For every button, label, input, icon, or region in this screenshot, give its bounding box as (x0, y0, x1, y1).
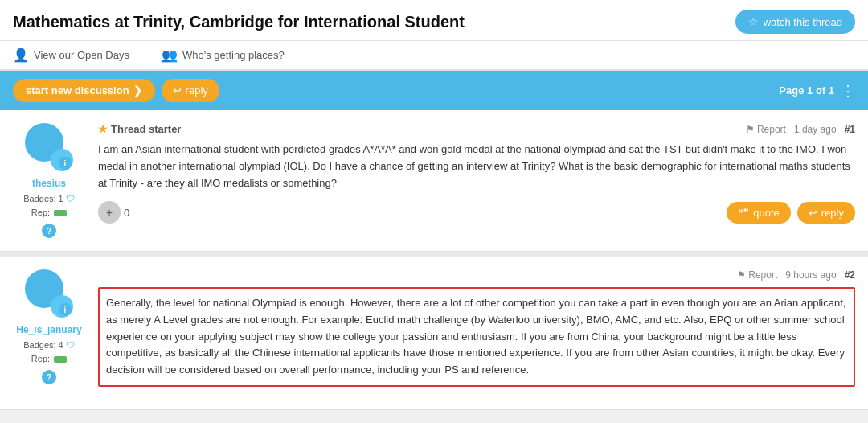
quote-icon-1: ❝❞ (738, 207, 749, 219)
avatar-2: i (25, 269, 73, 318)
reply-button-1[interactable]: ↩ reply (797, 202, 855, 224)
post-meta-left-1: ★ Thread starter (98, 123, 181, 135)
getting-places-link[interactable]: 👥 Who's getting places? (162, 47, 285, 63)
reaction-wrap-1: + 0 (98, 201, 129, 224)
rep-label-2: Rep: (31, 354, 50, 363)
post-number-2: #2 (845, 269, 855, 281)
post-meta-1: ★ Thread starter ⚑ Report 1 day ago #1 (98, 123, 855, 135)
help-button-1[interactable]: ? (42, 224, 56, 238)
post-time-2: 9 hours ago (785, 269, 836, 281)
avatar-info-icon-2: i (59, 303, 72, 316)
quote-button-1[interactable]: ❝❞ quote (727, 202, 791, 224)
pagination-label: Page 1 of 1 (779, 84, 834, 97)
rep-bar-1 (54, 210, 67, 216)
toolbar-right: Page 1 of 1 ⋮ (779, 82, 855, 100)
report-link-2[interactable]: ⚑ Report (737, 269, 777, 281)
post-footer-1: + 0 ❝❞ quote ↩ reply (98, 201, 855, 224)
post-number-1: #1 (845, 124, 855, 135)
post-meta-right-1: ⚑ Report 1 day ago #1 (746, 124, 855, 135)
rep-label-1: Rep: (31, 207, 50, 217)
username-1[interactable]: thesius (32, 178, 66, 189)
action-buttons-1: ❝❞ quote ↩ reply (727, 202, 855, 224)
getting-places-label: Who's getting places? (182, 49, 285, 61)
user-col-2: i He_is_january Badges: 4 🛡 Rep: ? (13, 269, 85, 396)
avatar-1: i (25, 123, 73, 171)
getting-places-icon: 👥 (162, 47, 178, 63)
open-days-icon: 👤 (13, 47, 29, 63)
badges-label-1: Badges: 1 (23, 194, 63, 203)
thread-starter-label: Thread starter (111, 123, 181, 135)
report-label-1: Report (757, 124, 786, 135)
post-meta-right-2: ⚑ Report 9 hours ago #2 (737, 269, 855, 281)
reply-label: reply (186, 84, 208, 97)
reaction-count-1: 0 (124, 207, 129, 219)
badges-label-2: Badges: 4 (23, 340, 63, 350)
more-options-icon[interactable]: ⋮ (841, 82, 855, 100)
toolbar-left: start new discussion ❯ ↩ reply (13, 79, 219, 102)
sub-nav: 👤 View our Open Days 👥 Who's getting pla… (0, 41, 868, 71)
avatar-info-icon: i (59, 157, 72, 170)
quote-label-1: quote (753, 207, 780, 219)
watch-btn-label: watch this thread (764, 16, 842, 28)
star-icon: ☆ (748, 15, 759, 28)
post-1: i thesius Badges: 1 🛡 Rep: ? ★ (0, 110, 868, 252)
rep-bar-2 (54, 356, 67, 363)
reply-button-toolbar[interactable]: ↩ reply (162, 79, 219, 102)
post-body-2: Generally, the level for national Olympi… (98, 287, 855, 387)
reply-label-1: reply (821, 207, 844, 219)
post-body-1: I am an Asian international student with… (98, 142, 855, 191)
flag-icon-2: ⚑ (737, 269, 746, 281)
open-days-link[interactable]: 👤 View our Open Days (13, 47, 129, 63)
report-label-2: Report (748, 269, 777, 281)
posts-area: i thesius Badges: 1 🛡 Rep: ? ★ (0, 110, 868, 410)
open-days-label: View our Open Days (34, 49, 129, 61)
post-2: i He_is_january Badges: 4 🛡 Rep: ? (0, 257, 868, 410)
reply-arrow-icon: ↩ (173, 84, 182, 97)
page-title: Mathematics at Trinity, Cambridge for In… (13, 13, 465, 31)
page-header: Mathematics at Trinity, Cambridge for In… (0, 0, 868, 41)
badge-rep-2: Badges: 4 🛡 Rep: (23, 339, 75, 365)
watch-thread-button[interactable]: ☆ watch this thread (735, 10, 855, 34)
page-wrapper: Mathematics at Trinity, Cambridge for In… (0, 0, 868, 410)
report-link-1[interactable]: ⚑ Report (746, 124, 786, 135)
badge-icon-1: 🛡 (66, 194, 75, 203)
badge-icon-2: 🛡 (66, 340, 75, 350)
post-meta-2: ⚑ Report 9 hours ago #2 (98, 269, 855, 281)
username-2[interactable]: He_is_january (16, 324, 81, 335)
start-discussion-label: start new discussion (26, 84, 129, 97)
start-discussion-button[interactable]: start new discussion ❯ (13, 79, 155, 102)
badge-rep-1: Badges: 1 🛡 Rep: (23, 192, 75, 219)
post-content-1: ★ Thread starter ⚑ Report 1 day ago #1 I… (98, 123, 855, 238)
thread-starter-badge: ★ Thread starter (98, 123, 181, 135)
post-time-1: 1 day ago (794, 124, 837, 135)
thread-starter-star: ★ (98, 123, 108, 135)
reply-icon-1: ↩ (809, 207, 817, 219)
reaction-button-1[interactable]: + (98, 201, 121, 224)
help-button-2[interactable]: ? (42, 370, 56, 384)
toolbar: start new discussion ❯ ↩ reply Page 1 of… (0, 71, 868, 110)
chevron-right-icon: ❯ (133, 84, 142, 97)
user-col-1: i thesius Badges: 1 🛡 Rep: ? (13, 123, 85, 238)
flag-icon-1: ⚑ (746, 124, 755, 135)
post-content-2: ⚑ Report 9 hours ago #2 Generally, the l… (98, 269, 855, 396)
